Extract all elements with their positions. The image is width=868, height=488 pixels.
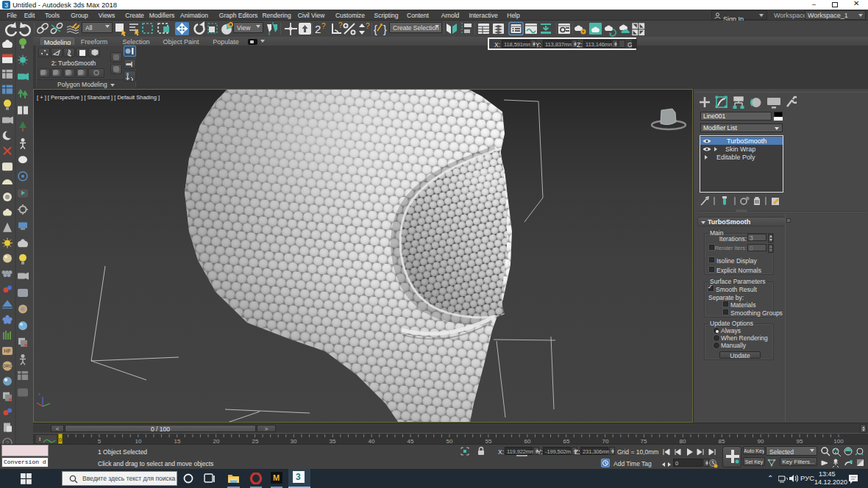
svg-text:ORC: ORC [3,364,12,368]
svg-text:3: 3 [4,1,8,9]
svg-text:z: z [38,392,40,396]
svg-text:HF: HF [4,348,10,354]
